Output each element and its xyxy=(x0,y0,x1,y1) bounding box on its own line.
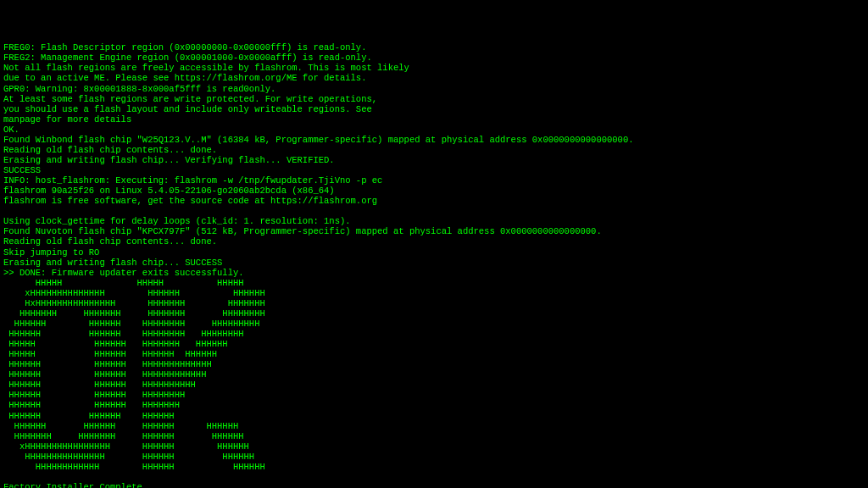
terminal-line: Found Nuvoton flash chip "KPCX797F" (512… xyxy=(3,226,865,236)
terminal-line: HHHHHH HHHHHH HHHHHHHHHH xyxy=(3,380,865,390)
terminal-line: HHHHHH HHHHHH HHHHHHHH xyxy=(3,390,865,400)
terminal-line: HHHHH HHHHHH HHHHHHH HHHHHH xyxy=(3,339,865,349)
terminal-line: HHHHHHH HHHHHHH HHHHHH HHHHHH xyxy=(3,431,865,441)
terminal-line: Reading old flash chip contents... done. xyxy=(3,236,865,247)
terminal-line: Skip jumping to RO xyxy=(3,247,865,258)
terminal-line: HHHHHH HHHHHH HHHHHHHHHHHHH xyxy=(3,359,865,369)
terminal-line: you should use a flash layout and includ… xyxy=(3,104,865,114)
terminal-line: HHHHHH HHHHHH HHHHHH xyxy=(3,411,865,421)
terminal-line: HHHHH HHHHHH HHHHHH HHHHHH xyxy=(3,349,865,359)
terminal-line: HHHHHHHHHHHHHHH HHHHHH HHHHHH xyxy=(3,452,865,462)
terminal-line: flashrom is free software, get the sourc… xyxy=(3,196,865,206)
terminal-line: HHHHH HHHHH HHHHH xyxy=(3,278,865,288)
terminal-line: SUCCESS xyxy=(3,165,865,175)
terminal-line: At least some flash regions are write pr… xyxy=(3,94,865,104)
terminal-output: FREG0: Flash Descriptor region (0x000000… xyxy=(3,42,865,488)
terminal-line: HHHHHH HHHHHH HHHHHHH xyxy=(3,400,865,410)
terminal-line: HHHHHHH HHHHHHH HHHHHHH HHHHHHHH xyxy=(3,308,865,319)
terminal-line: Not all flash regions are freely accessi… xyxy=(3,63,865,73)
terminal-line: HHHHHHHHHHHH HHHHHH HHHHHH xyxy=(3,462,865,472)
terminal-line: >> DONE: Firmware updater exits successf… xyxy=(3,268,865,278)
terminal-line xyxy=(3,206,865,216)
terminal-line: Reading old flash chip contents... done. xyxy=(3,145,865,155)
terminal-line: INFO: host_flashrom: Executing: flashrom… xyxy=(3,175,865,186)
terminal-line: GPR0: Warning: 8x00001888-8x000af5fff is… xyxy=(3,84,865,94)
terminal-line: xHHHHHHHHHHHHHH HHHHHH HHHHHH xyxy=(3,288,865,298)
terminal-line: HxHHHHHHHHHHHHHHH HHHHHHH HHHHHHH xyxy=(3,298,865,308)
terminal-line: HHHHHH HHHHHH HHHHHH HHHHHH xyxy=(3,421,865,431)
terminal-line: HHHHHH HHHHHH HHHHHHHH HHHHHHHHH xyxy=(3,319,865,329)
terminal-line: Found Winbond flash chip "W25Q123.V..M" … xyxy=(3,135,865,145)
terminal-line: Erasing and writing flash chip... Verify… xyxy=(3,155,865,165)
terminal-line xyxy=(3,472,865,482)
terminal-line: HHHHHH HHHHHH HHHHHHHHHHHH xyxy=(3,369,865,380)
terminal-line: xHHHHHHHHHHHHHHHH HHHHHH HHHHHH xyxy=(3,441,865,452)
terminal-line: due to an active ME. Please see https://… xyxy=(3,73,865,83)
terminal-line: OK. xyxy=(3,125,865,135)
terminal-line: Erasing and writing flash chip... SUCCES… xyxy=(3,258,865,268)
terminal-line: Factory Installer Complete. xyxy=(3,482,865,488)
terminal-line: flashrom 90a25f26 on Linux 5.4.05-22106-… xyxy=(3,186,865,196)
terminal-line: HHHHHH HHHHHH HHHHHHHH HHHHHHHH xyxy=(3,329,865,339)
terminal-line: FREG0: Flash Descriptor region (0x000000… xyxy=(3,42,865,53)
terminal-line: FREG2: Management Engine region (0x00001… xyxy=(3,53,865,63)
terminal-line: manpage for more details xyxy=(3,114,865,125)
terminal-line: Using clock_gettime for delay loops (clk… xyxy=(3,216,865,226)
